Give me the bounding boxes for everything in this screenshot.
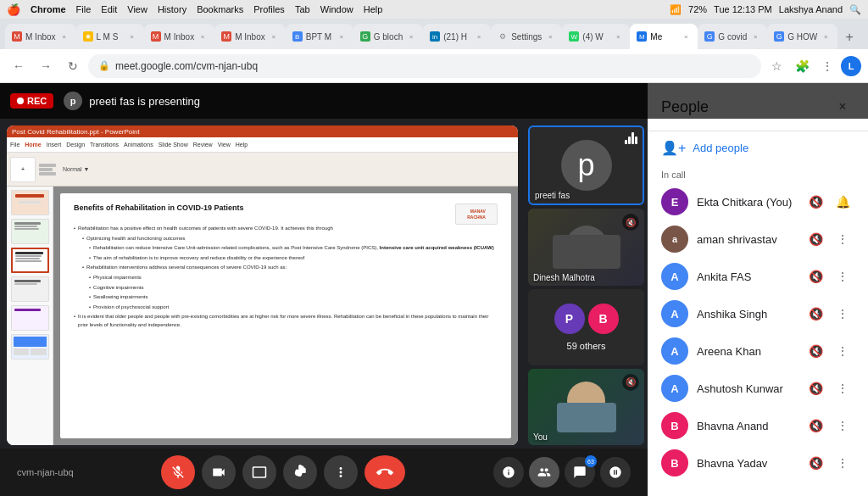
anshika-more-icon[interactable]: ⋮ xyxy=(831,302,854,326)
bhavna-anand-mute-icon[interactable]: 🔇 xyxy=(804,414,827,437)
tab-close[interactable]: × xyxy=(681,31,691,42)
presenter-video-thumb[interactable]: p preeti fas xyxy=(528,125,644,205)
slide-thumb-4[interactable] xyxy=(11,276,49,302)
tab-gmail-1[interactable]: M M Inbox × xyxy=(5,24,76,49)
tab-linkedin[interactable]: in (21) H × xyxy=(423,24,491,49)
participant-ekta[interactable]: E Ekta Chitkara (You) 🔇 🔔 xyxy=(648,183,868,220)
tab-close[interactable]: × xyxy=(474,31,484,42)
ribbon-new-slide[interactable]: + xyxy=(10,157,36,182)
ppt-menu-insert[interactable]: Insert xyxy=(47,142,62,148)
bookmark-button[interactable]: ☆ xyxy=(765,54,788,78)
tab-close[interactable]: × xyxy=(198,31,208,42)
ekta-mute-icon[interactable]: 🔇 xyxy=(804,190,827,214)
tab-close[interactable]: × xyxy=(821,31,831,42)
ppt-menu-help[interactable]: Help xyxy=(236,142,248,148)
slide-thumb-6[interactable] xyxy=(11,334,49,359)
anshika-mute-icon[interactable]: 🔇 xyxy=(804,302,827,326)
ribbon-font-name[interactable]: Normal ▼ xyxy=(63,166,89,172)
slide-thumb-5[interactable] xyxy=(11,305,49,331)
aman-mute-icon[interactable]: 🔇 xyxy=(804,227,827,251)
profile-button[interactable]: L xyxy=(841,56,861,76)
participant-ashutosh[interactable]: A Ashutosh Kunwar 🔇 ⋮ xyxy=(648,370,868,407)
menu-help[interactable]: Help xyxy=(364,4,383,14)
tab-close[interactable]: × xyxy=(127,31,137,42)
tab-whatsapp[interactable]: W (4) W × xyxy=(562,24,630,49)
areena-mute-icon[interactable]: 🔇 xyxy=(804,339,827,363)
bhavna-yadav-mute-icon[interactable]: 🔇 xyxy=(804,451,827,475)
tab-gmail-2[interactable]: M M Inbox × xyxy=(144,24,215,49)
info-button[interactable] xyxy=(493,457,524,488)
address-bar[interactable]: 🔒 meet.google.com/cvm-njan-ubq xyxy=(88,54,761,78)
mic-mute-button[interactable] xyxy=(161,455,195,489)
tab-close[interactable]: × xyxy=(269,31,279,42)
tab-settings[interactable]: ⚙ Settings × xyxy=(491,24,562,49)
raise-hand-button[interactable] xyxy=(283,455,317,489)
participant-bhavna-anand[interactable]: B Bhavna Anand 🔇 ⋮ xyxy=(648,407,868,444)
tab-bpt[interactable]: B BPT M × xyxy=(286,24,353,49)
tab-close[interactable]: × xyxy=(545,31,555,42)
ankita-mute-icon[interactable]: 🔇 xyxy=(804,265,827,288)
menu-history[interactable]: History xyxy=(158,4,186,14)
participant-bhavna-yadav[interactable]: B Bhavna Yadav 🔇 ⋮ xyxy=(648,444,868,482)
tab-how[interactable]: G G HOW × xyxy=(767,24,837,49)
menubar-search[interactable]: 🔍 xyxy=(849,4,861,15)
present-button[interactable] xyxy=(242,455,276,489)
more-options-button[interactable] xyxy=(324,455,358,489)
participant-areena[interactable]: A Areena Khan 🔇 ⋮ xyxy=(648,332,868,370)
extensions-button[interactable]: 🧩 xyxy=(790,54,814,78)
more-button[interactable]: ⋮ xyxy=(815,54,839,78)
tab-close[interactable]: × xyxy=(406,31,416,42)
tab-blockchain[interactable]: G G bloch × xyxy=(353,24,423,49)
ppt-menu-slideshow[interactable]: Slide Show xyxy=(159,142,188,148)
people-button[interactable] xyxy=(529,457,559,488)
refresh-button[interactable]: ↻ xyxy=(61,54,85,78)
hang-up-button[interactable] xyxy=(364,455,405,489)
activities-button[interactable] xyxy=(600,457,631,488)
self-video-thumb[interactable]: 🔇 You xyxy=(528,369,644,445)
camera-button[interactable] xyxy=(202,455,236,489)
tab-lms[interactable]: ★ L M S × xyxy=(76,24,144,49)
areena-more-icon[interactable]: ⋮ xyxy=(831,339,854,363)
bhavna-yadav-more-icon[interactable]: ⋮ xyxy=(831,451,854,475)
ppt-menu-review[interactable]: Review xyxy=(193,142,213,148)
slide-thumb-1[interactable] xyxy=(11,190,49,215)
menu-window[interactable]: Window xyxy=(320,4,353,14)
tab-close[interactable]: × xyxy=(750,31,760,42)
add-people-button[interactable]: 👤+ Add people xyxy=(648,131,868,164)
bhavna-anand-more-icon[interactable]: ⋮ xyxy=(831,414,854,437)
tab-gmail-3[interactable]: M M Inbox × xyxy=(214,24,286,49)
tab-covid[interactable]: G G covid × xyxy=(698,24,767,49)
tab-close[interactable]: × xyxy=(613,31,623,42)
slide-thumb-3[interactable] xyxy=(11,248,49,273)
ekta-bell-icon[interactable]: 🔔 xyxy=(831,190,854,214)
dinesh-video-thumb[interactable]: 🔇 Dinesh Malhotra xyxy=(528,209,644,285)
forward-button[interactable]: → xyxy=(34,54,58,78)
apple-icon[interactable]: 🍎 xyxy=(7,3,20,16)
participant-ankita[interactable]: A Ankita FAS 🔇 ⋮ xyxy=(648,258,868,295)
ashutosh-more-icon[interactable]: ⋮ xyxy=(831,376,854,400)
menu-file[interactable]: File xyxy=(76,4,92,14)
tab-close[interactable]: × xyxy=(337,31,347,42)
aman-more-icon[interactable]: ⋮ xyxy=(831,227,854,251)
menu-tab[interactable]: Tab xyxy=(295,4,310,14)
slide-thumb-2[interactable] xyxy=(11,219,49,244)
menu-edit[interactable]: Edit xyxy=(101,4,117,14)
ppt-menu-file[interactable]: File xyxy=(10,142,19,148)
ppt-menu-view[interactable]: View xyxy=(218,142,231,148)
others-video-thumb[interactable]: P B 59 others xyxy=(528,289,644,365)
menu-profiles[interactable]: Profiles xyxy=(253,4,285,14)
ppt-menu-transitions[interactable]: Transitions xyxy=(90,142,119,148)
ashutosh-mute-icon[interactable]: 🔇 xyxy=(804,376,827,400)
chat-button[interactable]: 63 xyxy=(565,457,595,488)
participant-aman[interactable]: a aman shrivastav 🔇 ⋮ xyxy=(648,220,868,258)
menu-view[interactable]: View xyxy=(127,4,147,14)
participant-anshika[interactable]: A Anshika Singh 🔇 ⋮ xyxy=(648,295,868,332)
tab-meet[interactable]: M Me × xyxy=(630,24,698,49)
menu-bookmarks[interactable]: Bookmarks xyxy=(197,4,243,14)
ppt-menu-animations[interactable]: Animations xyxy=(124,142,153,148)
back-button[interactable]: ← xyxy=(7,54,31,78)
ankita-more-icon[interactable]: ⋮ xyxy=(831,265,854,288)
ppt-menu-design[interactable]: Design xyxy=(66,142,85,148)
tab-close[interactable]: × xyxy=(59,31,70,42)
ppt-menu-home[interactable]: Home xyxy=(25,142,41,148)
